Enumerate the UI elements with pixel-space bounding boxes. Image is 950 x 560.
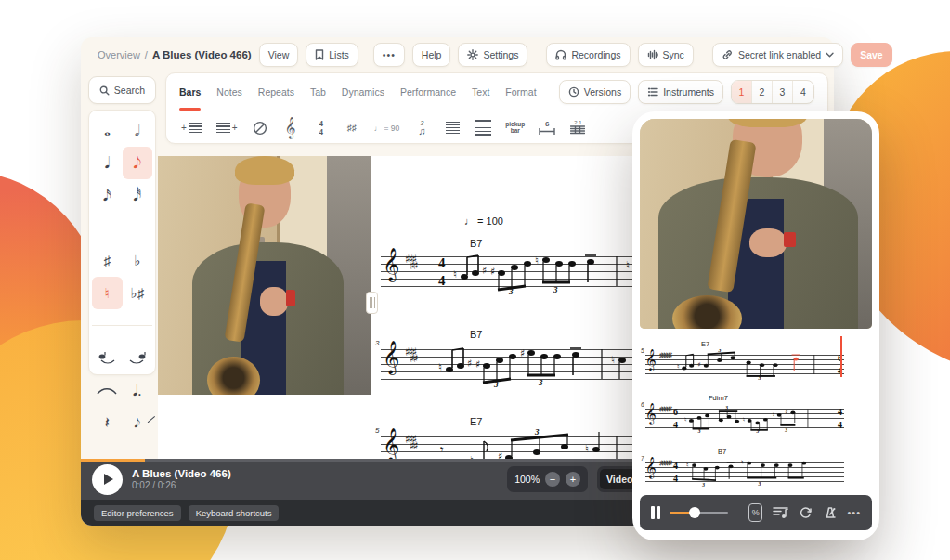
pickup-bar-button[interactable]: pickupbar xyxy=(505,116,525,140)
staff-1-button[interactable]: 1 xyxy=(732,81,752,103)
staff-3-button[interactable]: 3 xyxy=(773,81,793,103)
zoom-out-button[interactable]: − xyxy=(545,472,560,487)
settings-button[interactable]: Settings xyxy=(458,43,527,67)
palette-natural[interactable]: ♮ xyxy=(92,277,123,309)
svg-text:♮: ♮ xyxy=(453,268,457,280)
palette-quarter-rest[interactable]: 𝄽 xyxy=(92,407,123,439)
pause-button[interactable] xyxy=(651,506,660,519)
delete-bar-button[interactable] xyxy=(252,116,268,140)
help-button[interactable]: Help xyxy=(412,43,451,67)
svg-text:♮: ♮ xyxy=(741,460,743,467)
clef-button[interactable]: 𝄞 xyxy=(282,116,299,140)
zoom-in-button[interactable]: + xyxy=(566,472,580,487)
mobile-staff-1: 5 𝄞 ♯♯♯♯♯ ♮ ♯ 3 3 xyxy=(645,355,844,374)
slider-knob[interactable] xyxy=(689,507,700,518)
secret-link-button[interactable]: Secret link enabled xyxy=(712,43,843,67)
bar-columns-button[interactable]: 2 1 xyxy=(569,116,586,140)
instruments-button[interactable]: Instruments xyxy=(638,80,723,104)
breadcrumb: Overview / A Blues (Video 466) xyxy=(98,49,252,60)
palette-divider xyxy=(92,325,152,326)
loop-button[interactable] xyxy=(799,506,813,519)
svg-text:♮: ♮ xyxy=(438,361,442,373)
staff-4-button[interactable]: 4 xyxy=(793,81,813,103)
versions-button[interactable]: Versions xyxy=(559,80,631,104)
speed-percent-button[interactable]: % xyxy=(748,503,762,522)
palette-flat[interactable]: ♭ xyxy=(123,244,153,277)
tab-repeats[interactable]: Repeats xyxy=(258,73,294,111)
svg-text:3: 3 xyxy=(697,428,701,434)
notation-display-button[interactable] xyxy=(773,506,788,519)
recordings-button[interactable]: Recordings xyxy=(546,43,630,67)
palette-whole-note[interactable]: 𝅝 xyxy=(92,114,123,147)
mobile-notation-pane[interactable]: E7 5 𝄞 ♯♯♯♯♯ ♮ ♯ 3 3 xyxy=(640,329,872,490)
keyboard-shortcuts-button[interactable]: Keyboard shortcuts xyxy=(189,505,280,521)
svg-text:♮: ♮ xyxy=(611,354,615,366)
history-clock-icon xyxy=(568,86,579,98)
sidebar-search: Search xyxy=(88,76,156,104)
svg-text:♮: ♮ xyxy=(773,411,774,419)
more-options-button[interactable]: ••• xyxy=(847,507,861,518)
palette-eighth-note[interactable]: 𝅘𝅥𝅮 xyxy=(123,147,153,179)
chord-symbol: B7 xyxy=(718,448,726,456)
staff-2-button[interactable]: 2 xyxy=(752,81,773,103)
barline-button[interactable] xyxy=(444,116,461,140)
play-icon xyxy=(104,474,113,485)
time-signature: 64 xyxy=(673,408,678,429)
delete-circle-icon xyxy=(253,121,267,136)
palette-tie-end[interactable] xyxy=(123,342,153,374)
tab-notes[interactable]: Notes xyxy=(216,73,241,111)
palette-thirty-second-note[interactable]: 𝅘𝅥𝅰 xyxy=(123,179,153,212)
tab-tab[interactable]: Tab xyxy=(310,73,326,111)
editor-preferences-button[interactable]: Editor preferences xyxy=(94,505,181,521)
lists-button[interactable]: Lists xyxy=(306,43,358,67)
instruments-label: Instruments xyxy=(663,86,714,98)
tab-bars[interactable]: Bars xyxy=(179,73,201,111)
tempo-button[interactable]: ♩ = 90 xyxy=(374,116,400,140)
palette-sharp[interactable]: ♯ xyxy=(92,244,123,277)
svg-text:♯: ♯ xyxy=(490,266,495,278)
sync-button[interactable]: Sync xyxy=(638,43,694,67)
bar-number: 5 xyxy=(641,347,644,354)
treble-clef: 𝄞 xyxy=(383,250,399,279)
palette-tie-start[interactable] xyxy=(92,342,123,374)
more-icon: ••• xyxy=(383,49,396,60)
palette-half-note[interactable]: 𝅗𝅥 xyxy=(123,114,153,147)
palette-flat-sharp[interactable]: ♭♯ xyxy=(123,277,153,309)
palette-sixteenth-note[interactable]: 𝅘𝅥𝅯 xyxy=(92,179,123,212)
bar-number: 7 xyxy=(641,455,644,462)
staff-lines-button[interactable] xyxy=(475,116,491,140)
view-button[interactable]: View xyxy=(259,43,299,67)
search-label: Search xyxy=(114,85,145,96)
metronome-button[interactable] xyxy=(823,506,837,519)
save-button[interactable]: Save xyxy=(851,43,892,67)
time-signature-button[interactable]: 44 xyxy=(313,116,330,140)
svg-text:3: 3 xyxy=(758,375,761,380)
versions-label: Versions xyxy=(584,86,621,98)
search-button[interactable]: Search xyxy=(88,76,156,104)
beats-number: 6 xyxy=(545,121,549,128)
tab-format[interactable]: Format xyxy=(505,73,536,111)
now-playing: A Blues (Video 466) 0:02 / 0:26 xyxy=(132,467,231,492)
tuplet-button[interactable]: 3♫ xyxy=(413,116,430,140)
palette-quarter-note[interactable]: 𝅘𝅥 xyxy=(92,147,123,179)
key-signature-button[interactable]: ♯♯ xyxy=(344,116,360,140)
editor-tabs: Bars Notes Repeats Tab Dynamics Performa… xyxy=(166,73,827,111)
insert-bar-after-button[interactable]: + xyxy=(216,116,238,140)
mobile-seek-slider[interactable] xyxy=(670,507,728,518)
mobile-staff-3: 7 𝄞 ♯♯♯♯♯ 44 ♮ 3 ♮ 3 xyxy=(645,462,844,482)
tab-performance[interactable]: Performance xyxy=(400,73,456,111)
palette-grace-note[interactable]: 𝅘𝅥𝅮 xyxy=(123,407,153,439)
svg-text:♯: ♯ xyxy=(785,409,787,416)
svg-text:♮: ♮ xyxy=(626,259,630,271)
pane-resize-handle[interactable] xyxy=(366,292,378,314)
tab-dynamics[interactable]: Dynamics xyxy=(342,73,384,111)
tab-text[interactable]: Text xyxy=(472,73,489,111)
play-button[interactable] xyxy=(92,464,123,495)
more-button[interactable]: ••• xyxy=(373,43,405,67)
bar-width-button[interactable]: 6 xyxy=(539,116,555,140)
palette-dotted-note[interactable]: 𝅘𝅥. xyxy=(123,374,153,407)
tie-end-icon xyxy=(128,351,147,366)
insert-bar-before-button[interactable]: + xyxy=(181,116,202,140)
breadcrumb-overview[interactable]: Overview xyxy=(98,49,140,60)
palette-slur[interactable] xyxy=(92,374,123,407)
